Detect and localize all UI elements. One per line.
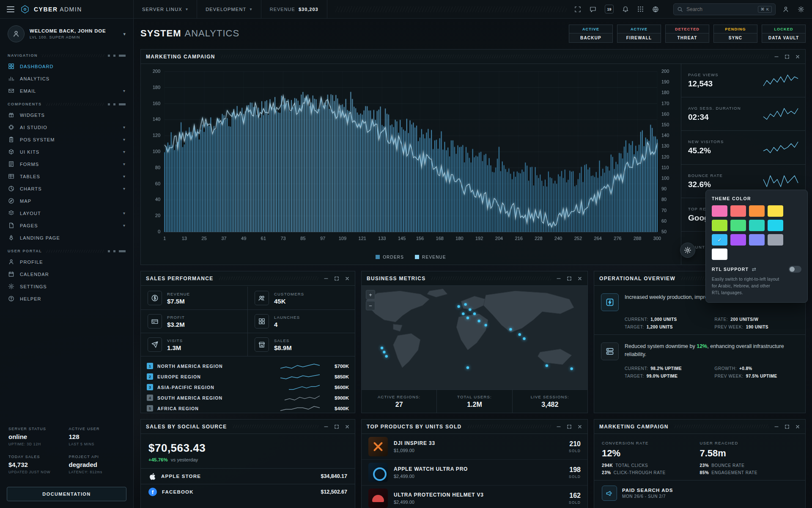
status-badge-backup[interactable]: ACTIVE BACKUP (569, 25, 613, 43)
minimize-button[interactable] (324, 276, 329, 281)
expand-button[interactable] (567, 276, 572, 281)
hamburger-menu-icon[interactable] (7, 6, 14, 12)
theme-swatch[interactable] (712, 220, 727, 231)
sidebar-item-ai-studio[interactable]: AI STUDIO ▾ (0, 121, 133, 133)
rtl-toggle[interactable] (789, 266, 801, 273)
theme-swatch[interactable] (768, 234, 783, 246)
expand-button[interactable] (334, 424, 339, 429)
search-input[interactable] (686, 6, 754, 12)
expand-button[interactable] (785, 54, 790, 59)
sidebar-item-settings[interactable]: SETTINGS (0, 280, 133, 293)
bell-icon[interactable] (622, 6, 629, 13)
close-button[interactable] (345, 276, 350, 281)
server-menu[interactable]: SERVER LINUX▾ (134, 0, 197, 18)
status-badge-threat[interactable]: DETECTED THREAT (665, 25, 709, 43)
top-bar: CYBER ADMIN SERVER LINUX▾ DEVELOPMENT▾ R… (0, 0, 812, 19)
expand-button[interactable] (334, 276, 339, 281)
theme-swatch[interactable] (712, 205, 727, 217)
region-sparkline (280, 374, 320, 380)
social-row-apple-store[interactable]: APPLE STORE $34,840.17 (141, 468, 355, 484)
minimize-button[interactable] (556, 424, 561, 429)
region-row-africa[interactable]: 5 AFRICA REGION $400K (147, 403, 349, 414)
theme-swatch[interactable] (730, 205, 746, 217)
close-button[interactable] (345, 424, 350, 429)
server-status-stat: SERVER STATUS online UPTIME: 3D 12H (8, 427, 65, 446)
world-map-canvas[interactable] (362, 286, 587, 389)
fullscreen-icon[interactable] (574, 6, 581, 13)
status-badge-firewall[interactable]: ACTIVE FIREWALL (617, 25, 661, 43)
region-row-asia-pacific[interactable]: 3 ASIA-PACIFIC REGION $600K (147, 382, 349, 392)
product-row-apple-watch[interactable]: APPLE WATCH ULTRA PRO $2,499.00 198 SOLD (362, 460, 587, 486)
gear-icon (8, 283, 14, 290)
legend-revenue[interactable]: REVENUE (415, 255, 446, 260)
calendar-badge-icon[interactable]: 19 (605, 5, 614, 14)
theme-settings-button[interactable] (680, 243, 695, 258)
close-button[interactable] (795, 54, 800, 59)
theme-swatch[interactable] (768, 220, 783, 231)
sidebar-item-map[interactable]: MAP (0, 195, 133, 207)
theme-swatch[interactable] (730, 220, 746, 231)
production-metrics: CURRENT:1,000 UNITS RATE:200 UNITS/W TAR… (594, 315, 805, 335)
sidebar-item-charts[interactable]: CHARTS ▾ (0, 182, 133, 195)
campaign-row-paid-search[interactable]: PAID SEARCH ADS MON 26/6 - SUN 2/7 (594, 480, 805, 506)
theme-swatch[interactable] (712, 248, 727, 260)
gear-icon[interactable] (798, 6, 804, 13)
theme-swatch[interactable]: ✓ (712, 234, 727, 246)
user-icon[interactable] (782, 6, 789, 13)
minimize-button[interactable] (774, 54, 779, 59)
minimize-button[interactable] (324, 424, 329, 429)
sidebar-item-email[interactable]: EMAIL ▾ (0, 85, 133, 97)
globe-icon[interactable] (652, 6, 659, 13)
sidebar-item-calendar[interactable]: CALENDAR (0, 268, 133, 280)
sidebar-item-forms[interactable]: FORMS ▾ (0, 158, 133, 170)
file-icon (8, 222, 14, 229)
environment-menu[interactable]: DEVELOPMENT▾ (197, 0, 261, 18)
legend-orders[interactable]: ORDERS (376, 255, 404, 260)
product-row-helmet[interactable]: ULTRA PROTECTION HELMET V3 $2,499.00 162… (362, 486, 587, 508)
theme-swatch[interactable] (768, 205, 783, 217)
marketing-campaign-chart[interactable] (144, 66, 678, 251)
region-sparkline (280, 406, 320, 411)
status-badge-data-vault[interactable]: LOCKED DATA VAULT (762, 25, 806, 43)
rtl-description: Easily switch to right-to-left layout fo… (712, 276, 779, 296)
sidebar-item-tables[interactable]: TABLES ▾ (0, 170, 133, 182)
zoom-in-button[interactable]: + (366, 290, 375, 299)
world-map[interactable]: + − (362, 286, 587, 389)
expand-button[interactable] (567, 424, 572, 429)
region-row-north-america[interactable]: 1 NORTH AMERICA REGION $700K (147, 361, 349, 371)
region-row-europe[interactable]: 2 EUROPE REGION $850K (147, 371, 349, 382)
expand-button[interactable] (785, 424, 790, 429)
close-button[interactable] (795, 424, 800, 429)
sidebar-item-layout[interactable]: LAYOUT ▾ (0, 207, 133, 219)
sidebar-item-landing-page[interactable]: LANDING PAGE (0, 232, 133, 244)
social-row-facebook[interactable]: f FACEBOOK $12,502.67 (141, 484, 355, 500)
theme-swatch[interactable] (730, 234, 746, 246)
documentation-button[interactable]: DOCUMENTATION (7, 487, 126, 501)
theme-swatch[interactable] (749, 234, 765, 246)
theme-swatch[interactable] (749, 205, 765, 217)
product-row-dji-inspire[interactable]: DJI INSPIRE 33 $1,099.00 210 SOLD (362, 434, 587, 460)
user-welcome[interactable]: WELCOME BACK, JOHN DOE LVL 100. SUPER AD… (0, 19, 133, 48)
sidebar-item-dashboard[interactable]: DASHBOARD (0, 60, 133, 72)
sidebar-item-ui-kits[interactable]: UI KITS ▾ (0, 146, 133, 158)
highlight-value: 12% (697, 343, 707, 349)
sidebar-item-pos-system[interactable]: POS SYSTEM ▾ (0, 133, 133, 146)
minimize-button[interactable] (774, 424, 779, 429)
close-button[interactable] (577, 424, 582, 429)
apps-grid-icon[interactable] (637, 6, 644, 12)
minimize-button[interactable] (556, 276, 561, 281)
sidebar-item-helper[interactable]: HELPER (0, 293, 133, 305)
sidebar-item-profile[interactable]: PROFILE (0, 256, 133, 268)
sparkline (763, 175, 798, 188)
status-badge-sync[interactable]: PENDING SYNC (713, 25, 757, 43)
close-button[interactable] (577, 276, 582, 281)
sidebar-item-widgets[interactable]: WIDGETS (0, 109, 133, 121)
sidebar-item-analytics[interactable]: ANALYTICS (0, 72, 133, 85)
chart-legend: ORDERS REVENUE (144, 251, 678, 263)
zoom-out-button[interactable]: − (366, 301, 375, 310)
theme-swatch[interactable] (749, 220, 765, 231)
chat-icon[interactable] (590, 6, 596, 13)
sidebar-item-pages[interactable]: PAGES ▾ (0, 219, 133, 232)
region-row-south-america[interactable]: 4 SOUTH AMERICA REGION $900K (147, 392, 349, 403)
stat-new-visitors: NEW VISITORS45.2% (681, 131, 805, 164)
